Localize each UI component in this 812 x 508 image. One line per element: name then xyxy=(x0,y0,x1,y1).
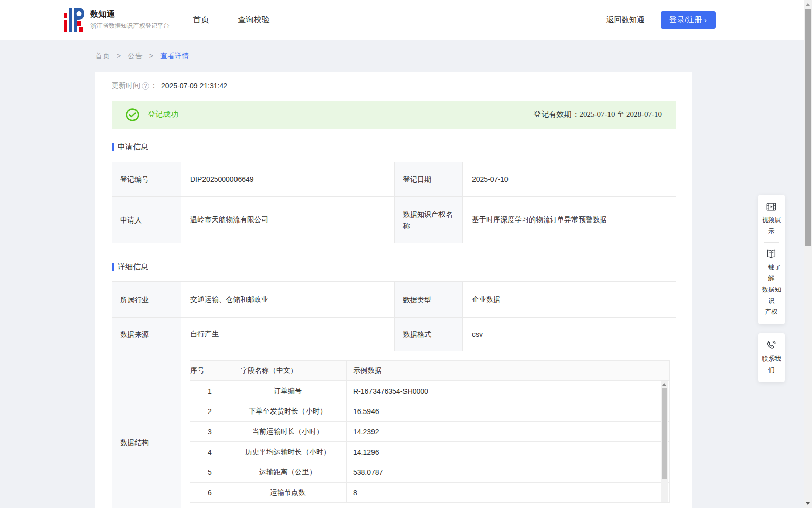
brand-text: 数知通 浙江省数据知识产权登记平台 xyxy=(90,9,170,30)
floating-sidebar: 视频展示 一键了解 数据知识 产权 联系我们 xyxy=(758,195,785,382)
field-value: 基于时序深度学习的物流订单异常预警数据 xyxy=(463,197,676,243)
row-index: 3 xyxy=(190,422,229,442)
breadcrumb-separator: > xyxy=(117,52,121,60)
section-accent-bar xyxy=(112,143,114,151)
update-time-colon: ： xyxy=(150,81,157,90)
sample-data: 538.0787 xyxy=(347,462,670,483)
field-name: 运输节点数 xyxy=(229,483,347,503)
field-label: 数据格式 xyxy=(395,318,463,351)
brand-subtitle: 浙江省数据知识产权登记平台 xyxy=(90,22,170,30)
field-label: 所属行业 xyxy=(112,282,181,318)
brand[interactable]: 数知通 浙江省数据知识产权登记平台 xyxy=(64,8,170,32)
breadcrumb: 首页 > 公告 > 查看详情 xyxy=(0,40,812,72)
detail-info-table: 所属行业 交通运输、仓储和邮政业 数据类型 企业数据 数据来源 自行产生 数据格… xyxy=(112,281,676,508)
row-index: 1 xyxy=(190,381,229,401)
field-label: 登记编号 xyxy=(112,162,181,197)
sample-data: 14.2392 xyxy=(347,422,670,442)
structure-header-row: 序号 字段名称（中文） 示例数据 xyxy=(190,361,670,381)
learn-dip-item[interactable]: 一键了解 数据知识 产权 xyxy=(759,248,784,318)
table-row: 数据来源 自行产生 数据格式 csv xyxy=(112,318,676,351)
phone-icon xyxy=(766,340,777,351)
table-row: 登记编号 DIP2025000006649 登记日期 2025-07-10 xyxy=(112,162,676,197)
row-index: 2 xyxy=(190,401,229,422)
field-name: 当前运输时长（小时） xyxy=(229,422,347,442)
update-time-row: 更新时间 ? ： 2025-07-09 21:31:42 xyxy=(112,81,676,90)
table-row: 5 运输距离（公里） 538.0787 xyxy=(190,462,670,483)
validity-period: 登记有效期：2025-07-10 至 2028-07-10 xyxy=(534,110,662,119)
breadcrumb-separator: > xyxy=(149,52,153,60)
field-value: 温岭市天航物流有限公司 xyxy=(181,197,395,243)
table-row: 4 历史平均运输时长（小时） 14.1296 xyxy=(190,442,670,462)
field-label: 申请人 xyxy=(112,197,181,243)
field-name: 下单至发货时长（小时） xyxy=(229,401,347,422)
breadcrumb-home[interactable]: 首页 xyxy=(95,52,110,60)
field-value: 2025-07-10 xyxy=(463,162,676,197)
nav-home[interactable]: 首页 xyxy=(193,15,209,25)
breadcrumb-announcement[interactable]: 公告 xyxy=(128,52,142,60)
scrollbar-up-arrow-icon[interactable] xyxy=(806,3,810,6)
page-scrollbar-thumb[interactable] xyxy=(805,9,811,246)
main-nav: 首页 查询校验 xyxy=(193,15,270,25)
top-header: 数知通 浙江省数据知识产权登记平台 首页 查询校验 返回数知通 登录/注册 › xyxy=(0,0,804,40)
brand-logo-icon xyxy=(64,8,84,32)
video-icon xyxy=(766,201,777,212)
floating-card-top: 视频展示 一键了解 数据知识 产权 xyxy=(758,195,785,324)
learn-dip-label-line3: 产权 xyxy=(759,306,784,318)
structure-table: 序号 字段名称（中文） 示例数据 1 订单编号 R-1673476354-SH0… xyxy=(190,360,670,503)
video-demo-item[interactable]: 视频展示 xyxy=(759,201,784,237)
scrollbar-down-arrow-icon[interactable] xyxy=(806,502,810,505)
table-row: 所属行业 交通运输、仓储和邮政业 数据类型 企业数据 xyxy=(112,282,676,318)
table-row: 申请人 温岭市天航物流有限公司 数据知识产权名称 基于时序深度学习的物流订单异常… xyxy=(112,197,676,243)
column-header: 字段名称（中文） xyxy=(229,361,347,381)
section-title-text: 详细信息 xyxy=(118,262,148,272)
validity-label: 登记有效期： xyxy=(534,110,580,118)
detail-card: 更新时间 ? ： 2025-07-09 21:31:42 登记成功 登记有效期：… xyxy=(95,72,692,508)
data-structure-row: 数据结构 序号 字段名称（中文） 示例数据 1 订单编号 R-167347 xyxy=(112,351,676,508)
field-name: 运输距离（公里） xyxy=(229,462,347,483)
book-icon xyxy=(766,248,777,260)
section-title-application: 申请信息 xyxy=(112,142,676,152)
registration-success-banner: 登记成功 登记有效期：2025-07-10 至 2028-07-10 xyxy=(112,101,676,129)
scrollbar-up-arrow-icon[interactable] xyxy=(662,383,666,386)
section-title-text: 申请信息 xyxy=(118,142,148,152)
status-text: 登记成功 xyxy=(148,110,178,119)
breadcrumb-current: 查看详情 xyxy=(160,52,189,60)
row-index: 6 xyxy=(190,483,229,503)
field-label: 登记日期 xyxy=(395,162,463,197)
data-structure-cell: 序号 字段名称（中文） 示例数据 1 订单编号 R-1673476354-SH0… xyxy=(181,351,676,508)
field-label: 数据结构 xyxy=(112,351,181,508)
learn-dip-label-line2: 数据知识 xyxy=(759,284,784,306)
scrollbar-thumb[interactable] xyxy=(662,388,667,479)
field-value: 企业数据 xyxy=(463,282,676,318)
column-header: 示例数据 xyxy=(347,361,670,381)
application-info-table: 登记编号 DIP2025000006649 登记日期 2025-07-10 申请… xyxy=(112,162,676,243)
field-label: 数据知识产权名称 xyxy=(395,197,463,243)
table-row: 3 当前运输时长（小时） 14.2392 xyxy=(190,422,670,442)
page-scrollbar xyxy=(804,0,812,508)
help-question-icon[interactable]: ? xyxy=(142,82,149,90)
sample-data: 16.5946 xyxy=(347,401,670,422)
field-name: 历史平均运输时长（小时） xyxy=(229,442,347,462)
field-value: csv xyxy=(463,318,676,351)
table-row: 6 运输节点数 8 xyxy=(190,483,670,503)
nav-query-verify[interactable]: 查询校验 xyxy=(238,15,270,25)
structure-table-scrollbar xyxy=(661,381,668,502)
check-circle-icon xyxy=(126,108,139,121)
field-name: 订单编号 xyxy=(229,381,347,401)
login-register-button[interactable]: 登录/注册 › xyxy=(661,11,716,29)
table-row: 2 下单至发货时长（小时） 16.5946 xyxy=(190,401,670,422)
field-value: 自行产生 xyxy=(181,318,395,351)
sample-data: 8 xyxy=(347,483,670,503)
update-time-value: 2025-07-09 21:31:42 xyxy=(161,82,227,90)
field-value: DIP2025000006649 xyxy=(181,162,395,197)
field-label: 数据来源 xyxy=(112,318,181,351)
section-accent-bar xyxy=(112,263,114,271)
contact-card[interactable]: 联系我们 xyxy=(758,333,785,382)
brand-name: 数知通 xyxy=(90,9,170,20)
login-register-label: 登录/注册 xyxy=(669,15,702,25)
back-to-shuzhitong-link[interactable]: 返回数知通 xyxy=(606,15,645,25)
chevron-right-icon: › xyxy=(704,16,707,24)
sample-data: R-1673476354-SH0000 xyxy=(347,381,670,401)
column-header: 序号 xyxy=(190,361,229,381)
structure-table-wrap: 序号 字段名称（中文） 示例数据 1 订单编号 R-1673476354-SH0… xyxy=(190,360,669,503)
